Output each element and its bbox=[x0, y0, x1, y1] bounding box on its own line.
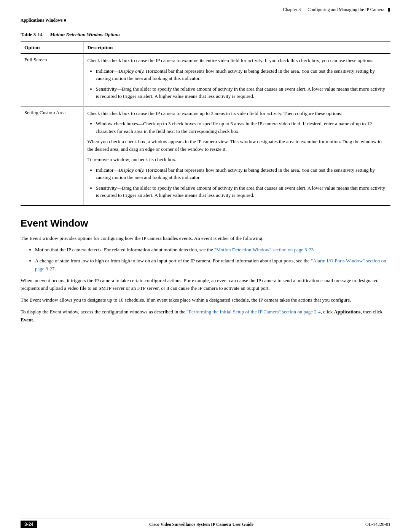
footer-guide-title: Cisco Video Surveillance System IP Camer… bbox=[149, 522, 253, 527]
footer-content: 3-24 Cisco Video Surveillance System IP … bbox=[0, 519, 411, 532]
table-cell-desc-1: Check this check box to cause the IP cam… bbox=[83, 53, 390, 106]
event-bullets: Motion that the IP camera detects. For r… bbox=[21, 246, 390, 273]
option-label-1: Full Screen bbox=[24, 57, 47, 62]
table-row: Full Screen Check this check box to caus… bbox=[21, 53, 390, 106]
table-header-row: Option Description bbox=[21, 42, 390, 53]
apps-windows-bullet: ■ bbox=[64, 18, 67, 22]
apps-windows-label: Applications Windows bbox=[21, 18, 62, 22]
header-title: Chapter 3 Configuring and Managing the I… bbox=[283, 7, 390, 13]
para4-bold1: Applications bbox=[334, 309, 361, 315]
table-cell-desc-2: Check this check box to cause the IP cam… bbox=[83, 106, 390, 206]
table-label: Table 3-14 Motion Detection Window Optio… bbox=[21, 32, 390, 38]
bullet-2-1: Window check boxes—Check up to 3 check b… bbox=[96, 121, 372, 134]
link-motion-detection[interactable]: "Motion Detection Window" section on pag… bbox=[214, 247, 314, 252]
col-option-header: Option bbox=[21, 42, 83, 53]
bullet-1-2: Sensitivity—Drag the slider to specify t… bbox=[96, 86, 386, 99]
apps-windows-container: Applications Windows ■ bbox=[0, 15, 411, 24]
event-bullet-1-after: . bbox=[314, 247, 315, 252]
table-cell-option-1: Full Screen bbox=[21, 53, 83, 106]
para4-end: . bbox=[33, 317, 34, 323]
list-item: Indicator—Display only. Horizontal bar t… bbox=[96, 166, 387, 181]
extra-para-2: To remove a window, uncheck its check bo… bbox=[88, 156, 387, 163]
desc-list-2b: Indicator—Display only. Horizontal bar t… bbox=[88, 166, 387, 199]
header-title-text: Configuring and Managing the IP Camera bbox=[307, 7, 384, 12]
table-number: Table 3-14 bbox=[21, 32, 43, 37]
table-title: Motion Detection Window Options bbox=[50, 32, 120, 37]
event-bullet-2-after: . bbox=[55, 266, 56, 272]
option-label-2: Setting Custom Area bbox=[24, 110, 65, 115]
options-table: Option Description Full Screen Check thi… bbox=[21, 42, 390, 206]
link-initial-setup[interactable]: "Performing the Initial Setup of the IP … bbox=[187, 309, 321, 315]
bullet-1-1: Indicator—Display only. Horizontal bar t… bbox=[96, 68, 375, 81]
col-desc-header: Description bbox=[83, 42, 390, 53]
page-header: Chapter 3 Configuring and Managing the I… bbox=[0, 0, 411, 15]
page-wrapper: Chapter 3 Configuring and Managing the I… bbox=[0, 0, 411, 532]
page-footer: 3-24 Cisco Video Surveillance System IP … bbox=[0, 519, 411, 532]
main-content: Table 3-14 Motion Detection Window Optio… bbox=[0, 24, 411, 335]
para4-mid: , click bbox=[321, 309, 334, 315]
list-item: Sensitivity—Drag the slider to specify t… bbox=[96, 85, 387, 100]
para4-mid2: , then click bbox=[361, 309, 382, 315]
footer-right-text: OL-14220-01 bbox=[365, 522, 390, 527]
event-bullet-1-before: Motion that the IP camera detects. For r… bbox=[35, 247, 214, 252]
table-cell-option-2: Setting Custom Area bbox=[21, 106, 83, 206]
desc-list-2a: Window check boxes—Check up to 3 check b… bbox=[88, 120, 387, 135]
header-chapter-label: Chapter 3 bbox=[283, 7, 301, 12]
bullet-2-3: Sensitivity—Drag the slider to specify t… bbox=[96, 185, 386, 198]
list-item: A change of state from low to high or fr… bbox=[35, 257, 390, 273]
bullet-2-2: Indicator—Display only. Horizontal bar t… bbox=[96, 167, 375, 181]
table-row: Setting Custom Area Check this check box… bbox=[21, 106, 390, 206]
section-title: Event Window bbox=[21, 217, 390, 229]
list-item: Motion that the IP camera detects. For r… bbox=[35, 246, 390, 254]
event-para-4: To display the Event window, access the … bbox=[21, 308, 390, 324]
desc-intro-1: Check this check box to cause the IP cam… bbox=[88, 57, 387, 64]
event-para-1: The Event window provides options for co… bbox=[21, 235, 390, 243]
footer-center-text: Cisco Video Surveillance System IP Camer… bbox=[37, 522, 365, 527]
para4-before: To display the Event window, access the … bbox=[21, 309, 187, 315]
event-para-3: The Event window allows you to designate… bbox=[21, 296, 390, 304]
list-item: Sensitivity—Drag the slider to specify t… bbox=[96, 184, 387, 199]
list-item: Indicator—Display only. Horizontal bar t… bbox=[96, 67, 387, 82]
footer-page-number: 3-24 bbox=[21, 521, 37, 528]
desc-list-1: Indicator—Display only. Horizontal bar t… bbox=[88, 67, 387, 100]
list-item: Window check boxes—Check up to 3 check b… bbox=[96, 120, 387, 135]
event-para-2: When an event occurs, it triggers the IP… bbox=[21, 277, 390, 293]
desc-intro-2: Check this check box to cause the IP cam… bbox=[88, 110, 387, 117]
extra-para-1: When you check a check box, a window app… bbox=[88, 138, 387, 153]
para4-bold2: Event bbox=[21, 317, 33, 323]
event-bullet-2-before: A change of state from low to high or fr… bbox=[35, 258, 311, 264]
